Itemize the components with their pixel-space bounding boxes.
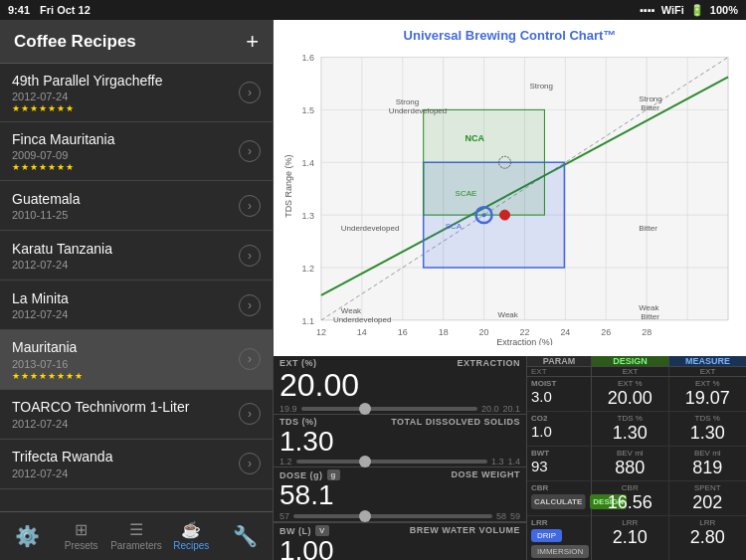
recipe-chevron-6: › (239, 403, 261, 425)
design-ext-value: EXT % 20.00 (592, 377, 669, 412)
recipe-item-6[interactable]: TOARCO Technivorm 1-Liter 2012-07-24 › (0, 390, 273, 440)
tab-parameters[interactable]: ☰ Parameters (110, 522, 162, 551)
parameters-icon: ☰ (129, 522, 143, 538)
svg-text:26: 26 (601, 327, 611, 337)
right-headers: PARAM DESIGN MEASURE (527, 356, 746, 367)
recipe-item-1[interactable]: Finca Mauritania 2009-07-09 ★★★★★★★ › (0, 122, 273, 181)
svg-text:Strong: Strong (529, 82, 552, 91)
ext-value: 20.00 (274, 368, 526, 403)
svg-text:Weak: Weak (639, 303, 658, 312)
ext-row: EXT (%) EXTRACTION 20.00 19.9 20.0 20.1 (274, 356, 526, 414)
recipe-chevron-1: › (239, 140, 261, 162)
recipe-list: 49th Parallel Yirgacheffe 2012-07-24 ★★★… (0, 64, 273, 511)
svg-text:Bitter: Bitter (641, 103, 659, 112)
dose-track[interactable] (293, 514, 492, 518)
svg-text:14: 14 (357, 327, 367, 337)
dose-value: 58.1 (274, 480, 526, 511)
svg-text:NCA: NCA (466, 133, 485, 143)
svg-text:Weak: Weak (498, 310, 518, 319)
recipe-date-2: 2010-11-25 (12, 209, 231, 221)
param-moist: MOIST 3.0 (527, 377, 592, 412)
recipe-name-1: Finca Mauritania (12, 130, 231, 148)
recipe-chevron-3: › (239, 245, 261, 267)
recipe-date-4: 2012-07-24 (12, 308, 231, 320)
svg-text:1.6: 1.6 (301, 53, 313, 63)
tab-settings[interactable]: ⚙️ (2, 526, 52, 546)
recipe-name-6: TOARCO Technivorm 1-Liter (12, 398, 231, 416)
battery-pct: 100% (710, 4, 738, 16)
ext-tick-2: 20.0 (481, 404, 499, 414)
recipe-chevron-2: › (239, 195, 261, 217)
signal-icon: ▪▪▪▪ (640, 4, 655, 16)
drip-button[interactable]: DRIP (531, 529, 562, 542)
recipe-item-4[interactable]: La Minita 2012-07-24 › (0, 280, 273, 330)
tab-recipes[interactable]: ☕ Recipes (166, 522, 216, 551)
dose-row: DOSE (g) g DOSE WEIGHT 58.1 57 58 59 (274, 467, 526, 522)
recipe-name-0: 49th Parallel Yirgacheffe (12, 72, 231, 90)
measure-lrr-value: LRR 2.80 (669, 516, 747, 560)
moist-value: 3.0 (531, 388, 587, 405)
chart-area: Universal Brewing Control Chart™ (274, 20, 746, 356)
svg-text:1.2: 1.2 (301, 264, 313, 274)
svg-text:Weak: Weak (341, 306, 361, 315)
param-co2: CO2 1.0 (527, 412, 592, 447)
wifi-icon: WiFi (661, 4, 684, 16)
design-header: DESIGN (592, 356, 669, 366)
measure-header: MEASURE (669, 356, 746, 366)
svg-text:Bitter: Bitter (639, 224, 657, 233)
sidebar-title: Coffee Recipes (14, 32, 136, 52)
recipe-name-3: Karatu Tanzania (12, 240, 231, 258)
measure-tds-value: TDS % 1.30 (669, 412, 747, 447)
recipe-item-3[interactable]: Karatu Tanzania 2012-07-24 › (0, 231, 273, 280)
svg-rect-38 (424, 109, 545, 215)
data-panels: EXT (%) EXTRACTION 20.00 19.9 20.0 20.1 (274, 356, 746, 560)
recipe-item-2[interactable]: Guatemala 2010-11-25 › (0, 181, 273, 231)
tab-presets[interactable]: ⊞ Presets (57, 522, 106, 551)
recipe-date-6: 2012-07-24 (12, 418, 231, 430)
svg-text:Bitter: Bitter (641, 312, 659, 321)
tds-value: 1.30 (274, 427, 526, 458)
recipe-stars-5: ★★★★★★★★ (12, 371, 231, 381)
ext-slider[interactable]: 19.9 20.0 20.1 (274, 404, 526, 414)
svg-text:12: 12 (316, 327, 326, 337)
dose-slider[interactable]: 57 58 59 (274, 511, 526, 521)
status-bar: 9:41 Fri Oct 12 ▪▪▪▪ WiFi 🔋 100% (0, 0, 746, 20)
measure-cbr-spent: SPENT 202 (669, 481, 747, 516)
immersion-button[interactable]: IMMERSION (531, 545, 589, 558)
main-layout: Coffee Recipes + 49th Parallel Yirgachef… (0, 20, 746, 560)
add-recipe-button[interactable]: + (246, 31, 259, 53)
recipe-name-5: Mauritania (12, 338, 231, 356)
right-data-panel: PARAM DESIGN MEASURE EXT EXT (527, 356, 746, 560)
ext-track[interactable] (301, 407, 477, 411)
recipe-item-0[interactable]: 49th Parallel Yirgacheffe 2012-07-24 ★★★… (0, 64, 273, 122)
tools-icon: 🔧 (233, 526, 258, 546)
tds-tick-2: 1.3 (491, 457, 504, 467)
brewing-chart: 12 14 16 18 20 22 24 26 28 1.6 1.5 1.4 1… (281, 47, 738, 345)
svg-text:Strong: Strong (396, 97, 419, 106)
svg-text:18: 18 (439, 327, 449, 337)
tds-track[interactable] (296, 460, 487, 464)
bw-row: BW (L) V BREW WATER VOLUME 1.00 0.9 1.0 … (274, 522, 526, 560)
svg-text:SCA: SCA (446, 222, 463, 231)
dose-tick-1: 57 (280, 511, 289, 521)
design-cbr-value: CBR 16.56 (592, 481, 669, 516)
tab-bar: ⚙️ ⊞ Presets ☰ Parameters ☕ Recipes 🔧 (0, 511, 273, 560)
recipe-item-7[interactable]: Trifecta Rwanda 2012-07-24 › (0, 440, 273, 489)
recipe-chevron-4: › (239, 294, 261, 316)
bw-label: BW (L) (280, 526, 311, 536)
recipes-icon: ☕ (181, 522, 201, 538)
svg-text:22: 22 (519, 327, 529, 337)
bw-value: 1.00 (274, 536, 526, 560)
design-tds-value: TDS % 1.30 (592, 412, 669, 447)
bw-label-right: BREW WATER VOLUME (410, 525, 520, 536)
tds-slider[interactable]: 1.2 1.3 1.4 (274, 457, 526, 467)
svg-text:1.4: 1.4 (301, 158, 313, 168)
calculate-button[interactable]: CALCULATE (531, 494, 586, 509)
left-data-panel: EXT (%) EXTRACTION 20.00 19.9 20.0 20.1 (274, 356, 527, 560)
tab-tools[interactable]: 🔧 (221, 526, 271, 546)
recipe-name-2: Guatemala (12, 190, 231, 208)
svg-text:1.3: 1.3 (301, 211, 313, 221)
param-grid: MOIST 3.0 EXT % 20.00 EXT % 19.07 CO2 (527, 377, 746, 560)
recipe-date-5: 2013-07-16 (12, 358, 231, 370)
recipe-item-5[interactable]: Mauritania 2013-07-16 ★★★★★★★★ › (0, 330, 273, 389)
